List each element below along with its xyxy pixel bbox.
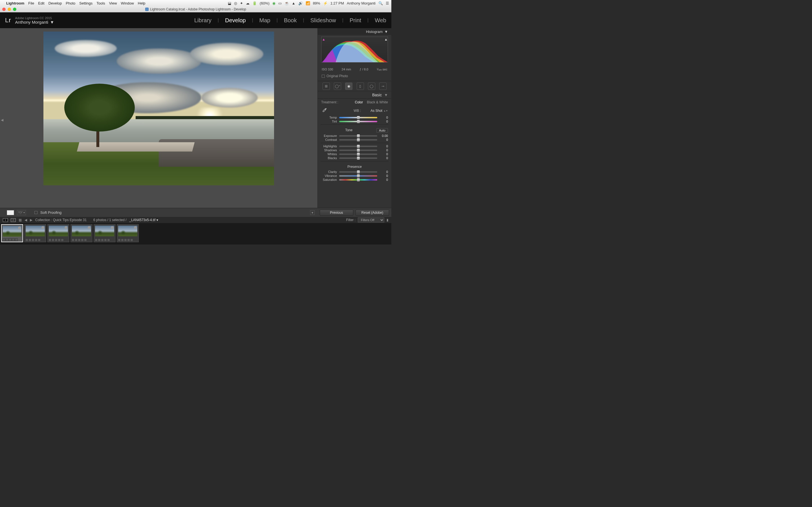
temp-slider[interactable] (339, 117, 377, 118)
saturation-value[interactable]: 0 (379, 178, 388, 181)
filmstrip-thumb[interactable] (24, 224, 46, 242)
flag-icon[interactable] (42, 226, 44, 229)
menu-help[interactable]: Help (138, 1, 146, 5)
wb-dropdown[interactable]: As Shot ▲▼ (370, 109, 388, 113)
previous-button[interactable]: Previous (320, 210, 353, 216)
window-close-button[interactable] (2, 8, 6, 11)
spot-removal-tool[interactable]: ◯⁺ (334, 82, 341, 90)
tint-slider[interactable] (339, 121, 377, 122)
loupe-view-button[interactable] (7, 210, 14, 215)
left-panel-toggle[interactable]: ◀ (1, 118, 3, 123)
window-maximize-button[interactable] (13, 8, 16, 11)
filter-dropdown[interactable]: Filters Off (358, 217, 384, 223)
menu-tools[interactable]: Tools (96, 1, 105, 5)
volume-icon[interactable]: 🔊 (298, 1, 303, 5)
second-window-button[interactable]: 2 (11, 218, 16, 222)
user-menu[interactable]: Anthony Morganti (347, 1, 375, 5)
flag-icon[interactable] (64, 226, 67, 229)
collection-path[interactable]: Collection : Quick Tips Episode 31 (35, 218, 87, 222)
module-slideshow[interactable]: Slideshow (310, 17, 336, 24)
menu-edit[interactable]: Edit (38, 1, 44, 5)
shadows-value[interactable]: 0 (379, 149, 388, 152)
app-menu[interactable]: Lightroom (6, 1, 24, 5)
highlights-slider[interactable] (339, 146, 377, 147)
grid-icon[interactable]: ▦ (18, 218, 22, 222)
vibrance-slider[interactable] (339, 175, 377, 177)
main-window-button[interactable]: 1 (3, 218, 8, 222)
filmstrip-thumb[interactable] (1, 224, 23, 242)
module-book[interactable]: Book (284, 17, 297, 24)
histogram-display[interactable]: ▲ ▲ (321, 37, 388, 62)
temp-value[interactable]: 0 (379, 116, 388, 119)
filmstrip-thumb[interactable] (117, 224, 139, 242)
module-library[interactable]: Library (194, 17, 211, 24)
airplay-icon[interactable]: ▲ (292, 1, 296, 5)
menu-file[interactable]: File (28, 1, 34, 5)
cloud-icon[interactable]: ☁ (246, 1, 250, 5)
battery-icon[interactable]: 🔋 (252, 1, 257, 5)
flag-icon[interactable] (134, 226, 137, 229)
auto-tone-button[interactable]: Auto (376, 128, 388, 133)
blacks-slider[interactable] (339, 158, 377, 159)
module-print[interactable]: Print (350, 17, 361, 24)
image-canvas[interactable]: ◀ (0, 28, 317, 208)
contrast-value[interactable]: 0 (379, 138, 388, 142)
original-photo-checkbox[interactable] (322, 75, 325, 78)
status-icon-3[interactable]: ☕ (285, 1, 289, 5)
dropbox-icon[interactable]: ⬓ (228, 1, 231, 5)
whites-slider[interactable] (339, 154, 377, 155)
menu-view[interactable]: View (109, 1, 117, 5)
filmstrip-thumb[interactable] (94, 224, 116, 242)
module-develop[interactable]: Develop (225, 17, 246, 24)
menu-window[interactable]: Window (121, 1, 134, 5)
treatment-color[interactable]: Color (355, 100, 363, 104)
status-icon-1[interactable]: ✦ (240, 1, 243, 5)
toolbar-menu-button[interactable]: ▾ (310, 210, 315, 215)
window-minimize-button[interactable] (8, 8, 11, 11)
vibrance-value[interactable]: 0 (379, 174, 388, 177)
photo-preview[interactable] (43, 32, 274, 185)
highlights-value[interactable]: 0 (379, 145, 388, 148)
filmstrip-thumb[interactable] (47, 224, 69, 242)
exposure-slider[interactable] (339, 135, 377, 136)
flag-icon[interactable] (111, 226, 114, 229)
nav-back-icon[interactable]: ◀ (24, 218, 27, 222)
filmstrip-thumb[interactable] (70, 224, 93, 242)
filmstrip[interactable] (0, 223, 391, 244)
reset-button[interactable]: Reset (Adobe) (356, 210, 389, 216)
treatment-bw[interactable]: Black & White (367, 100, 388, 104)
cc-icon[interactable]: ◎ (234, 1, 237, 5)
adjustment-brush-tool[interactable]: ⊸ (379, 82, 387, 90)
module-web[interactable]: Web (375, 17, 386, 24)
saturation-slider[interactable] (339, 179, 377, 180)
spotlight-icon[interactable]: 🔍 (378, 1, 383, 5)
eyedropper-icon[interactable] (321, 108, 327, 114)
basic-panel-header[interactable]: Basic ▼ (318, 91, 391, 99)
clarity-slider[interactable] (339, 171, 377, 173)
contrast-slider[interactable] (339, 139, 377, 140)
shadows-slider[interactable] (339, 150, 377, 151)
flag-icon[interactable] (18, 226, 21, 229)
wifi-icon[interactable]: 📶 (306, 1, 310, 5)
current-filename[interactable]: _LAN4573x5-4.tif ▾ (130, 218, 158, 222)
crop-tool[interactable]: ⊞ (322, 82, 330, 90)
menu-settings[interactable]: Settings (79, 1, 93, 5)
graduated-filter-tool[interactable]: ▯ (357, 82, 364, 90)
display-icon[interactable]: ▭ (278, 1, 282, 5)
clarity-value[interactable]: 0 (379, 170, 388, 173)
soft-proofing-checkbox[interactable] (35, 211, 38, 214)
clock[interactable]: 1:27 PM (331, 1, 344, 5)
nav-forward-icon[interactable]: ▶ (30, 218, 33, 222)
menu-photo[interactable]: Photo (66, 1, 75, 5)
whites-value[interactable]: 0 (379, 152, 388, 156)
redeye-tool[interactable]: ◉ (345, 82, 352, 90)
blacks-value[interactable]: 0 (379, 156, 388, 160)
filter-lock-icon[interactable]: ▮ (387, 218, 389, 222)
before-after-button[interactable]: Y|Y ▾ (17, 210, 26, 215)
tint-value[interactable]: 0 (379, 120, 388, 123)
module-map[interactable]: Map (259, 17, 270, 24)
status-icon-2[interactable]: ◉ (272, 1, 275, 5)
menu-develop[interactable]: Develop (49, 1, 62, 5)
exposure-value[interactable]: 0.00 (379, 134, 388, 137)
identity-plate[interactable]: Anthony Morganti ▼ (15, 20, 54, 24)
